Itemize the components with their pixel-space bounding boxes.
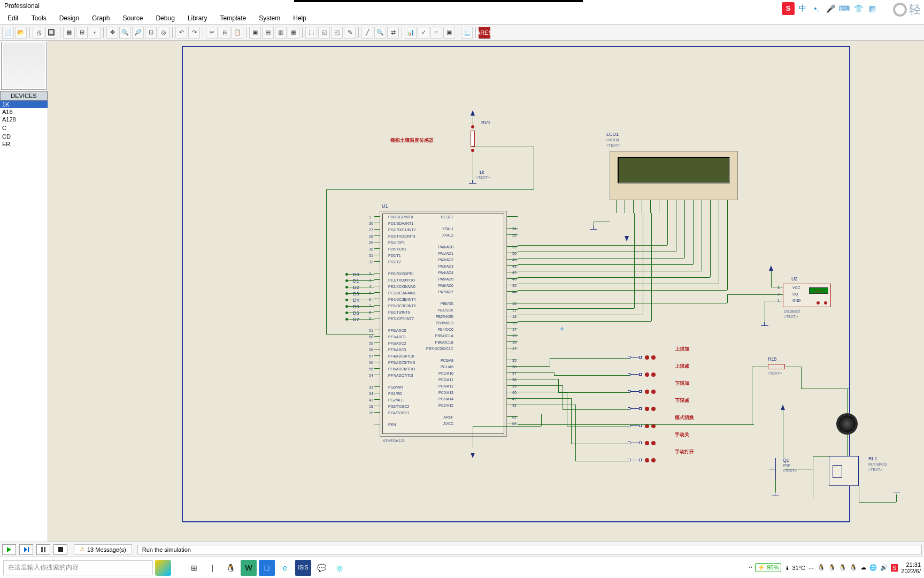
menu-tools[interactable]: Tools bbox=[26, 13, 52, 24]
zoom-out-button[interactable]: 🔎 bbox=[132, 27, 144, 39]
device-item[interactable]: ER bbox=[0, 140, 48, 148]
app-icon[interactable]: □ bbox=[259, 560, 275, 576]
ime-skin-icon[interactable]: 👕 bbox=[852, 3, 864, 14]
push-button[interactable] bbox=[629, 406, 652, 413]
redo-button[interactable]: ↷ bbox=[188, 27, 200, 39]
sogou-tray-icon[interactable]: S bbox=[891, 564, 898, 572]
menu-source[interactable]: Source bbox=[117, 13, 148, 24]
pick-button[interactable]: ⬚ bbox=[305, 27, 317, 39]
app2-icon[interactable]: ◎ bbox=[332, 560, 348, 576]
wps-icon[interactable]: W bbox=[241, 560, 257, 576]
push-button[interactable] bbox=[629, 457, 652, 465]
tray-icon[interactable]: ☁ bbox=[860, 564, 866, 571]
zoom-in-button[interactable]: 🔍 bbox=[119, 27, 131, 39]
push-button[interactable] bbox=[629, 354, 652, 362]
device-item[interactable]: 1K bbox=[0, 101, 48, 108]
battery-badge[interactable]: ⚡ 95% bbox=[755, 563, 781, 572]
network-icon[interactable]: 🌐 bbox=[869, 564, 877, 571]
erc-button[interactable]: ✓ bbox=[418, 27, 429, 39]
overview-panel[interactable] bbox=[1, 42, 47, 90]
push-button[interactable] bbox=[629, 389, 652, 396]
resistor-r15[interactable] bbox=[768, 364, 785, 369]
search-button[interactable]: 🔍 bbox=[374, 27, 386, 39]
volume-icon[interactable]: 🔊 bbox=[880, 564, 888, 571]
tray-icon[interactable]: 🐧 bbox=[839, 564, 846, 571]
motor-vcc-arrow bbox=[781, 405, 785, 410]
pan-button[interactable]: ✥ bbox=[106, 27, 118, 39]
origin-button[interactable]: + bbox=[89, 27, 101, 39]
wechat-icon[interactable]: 💬 bbox=[313, 560, 329, 576]
ares-link-button[interactable]: ARES bbox=[479, 27, 490, 39]
print-button[interactable]: 🖨 bbox=[33, 27, 44, 39]
menu-debug[interactable]: Debug bbox=[150, 13, 180, 24]
ime-grid-icon[interactable]: ▦ bbox=[866, 3, 878, 14]
decomp-button[interactable]: ✎ bbox=[344, 27, 356, 39]
relay-rl1[interactable] bbox=[829, 456, 859, 486]
play-button[interactable] bbox=[2, 544, 16, 555]
menu-library[interactable]: Library bbox=[182, 13, 213, 24]
weather-icon[interactable] bbox=[155, 560, 171, 576]
tray-icon[interactable]: 🐧 bbox=[828, 564, 836, 571]
ime-cn-icon[interactable]: 中 bbox=[797, 3, 808, 14]
device-item[interactable]: C bbox=[0, 124, 48, 132]
block-move-button[interactable]: ▤ bbox=[262, 27, 274, 39]
potentiometer-rv1[interactable] bbox=[467, 125, 478, 152]
motor-icon[interactable] bbox=[836, 413, 858, 435]
wire-button[interactable]: ╱ bbox=[361, 27, 373, 39]
sogou-icon[interactable]: S bbox=[782, 2, 795, 15]
guides-button[interactable]: ⊞ bbox=[76, 27, 88, 39]
grid-button[interactable]: ▦ bbox=[63, 27, 75, 39]
tray-icon[interactable]: 🐧 bbox=[850, 564, 857, 571]
schematic-canvas[interactable]: + RV1 1k <TEXT> 模拟土壤温度传感器 U1 ATMEGA128 1… bbox=[48, 41, 924, 542]
copy-button[interactable]: ⎘ bbox=[219, 27, 230, 39]
tray-icon[interactable]: 🐧 bbox=[818, 564, 825, 571]
ime-punct-icon[interactable]: •, bbox=[811, 3, 822, 14]
replace-button[interactable]: ⇄ bbox=[387, 27, 399, 39]
zoom-all-button[interactable]: ⊡ bbox=[145, 27, 157, 39]
cut-button[interactable]: ✂ bbox=[206, 27, 218, 39]
qq-icon[interactable]: 🐧 bbox=[222, 560, 238, 576]
push-button[interactable] bbox=[629, 371, 652, 379]
zoom-sel-button[interactable]: ◎ bbox=[158, 27, 170, 39]
undo-button[interactable]: ↶ bbox=[175, 27, 187, 39]
search-input[interactable]: 在这里输入你搜索的内容 bbox=[3, 560, 153, 575]
ime-keyboard-icon[interactable]: ⌨ bbox=[838, 3, 850, 14]
menu-edit[interactable]: Edit bbox=[2, 13, 24, 24]
menu-system[interactable]: System bbox=[253, 13, 286, 24]
clock[interactable]: 21:312022/6/ bbox=[901, 561, 921, 574]
temp-indicator[interactable]: 🌡 31°C bbox=[784, 565, 805, 571]
package-button[interactable]: ◰ bbox=[331, 27, 343, 39]
paste-button[interactable]: 📋 bbox=[232, 27, 243, 39]
stop-button[interactable] bbox=[53, 544, 67, 555]
menu-help[interactable]: Help bbox=[288, 13, 312, 24]
ds18b20-u2[interactable]: 24.0 bbox=[783, 284, 831, 307]
step-button[interactable] bbox=[19, 544, 33, 555]
devices-list[interactable]: 1KA16A128CCDER bbox=[0, 101, 48, 542]
ares-button[interactable]: ▣ bbox=[443, 27, 455, 39]
zoom-area-button[interactable]: 🔲 bbox=[45, 27, 57, 39]
bom-button[interactable]: 📊 bbox=[405, 27, 417, 39]
new-button[interactable]: 📄 bbox=[2, 27, 14, 39]
device-item[interactable]: A16 bbox=[0, 108, 48, 116]
sheet-button[interactable]: 📃 bbox=[461, 27, 473, 39]
library-button[interactable]: ◱ bbox=[318, 27, 330, 39]
device-item[interactable]: CD bbox=[0, 133, 48, 140]
device-item[interactable]: A128 bbox=[0, 116, 48, 123]
block-delete-button[interactable]: ▦ bbox=[288, 27, 299, 39]
menu-template[interactable]: Template bbox=[215, 13, 252, 24]
ime-mic-icon[interactable]: 🎤 bbox=[825, 3, 836, 14]
push-button[interactable] bbox=[629, 440, 652, 447]
messages-panel[interactable]: ⚠13 Message(s) bbox=[74, 544, 132, 554]
lcd-module[interactable] bbox=[610, 151, 738, 200]
menu-graph[interactable]: Graph bbox=[87, 13, 115, 24]
netlist-button[interactable]: ≡ bbox=[430, 27, 442, 39]
taskview-icon[interactable]: ⊞ bbox=[186, 560, 202, 576]
isis-icon[interactable]: ISIS bbox=[295, 560, 311, 576]
block-rotate-button[interactable]: ▥ bbox=[275, 27, 287, 39]
open-button[interactable]: 📂 bbox=[15, 27, 27, 39]
chevron-up-icon[interactable]: ︿ bbox=[808, 564, 814, 572]
block-copy-button[interactable]: ▣ bbox=[249, 27, 261, 39]
pause-button[interactable] bbox=[36, 544, 50, 555]
menu-design[interactable]: Design bbox=[54, 13, 84, 24]
edge-icon[interactable]: e bbox=[277, 560, 293, 576]
